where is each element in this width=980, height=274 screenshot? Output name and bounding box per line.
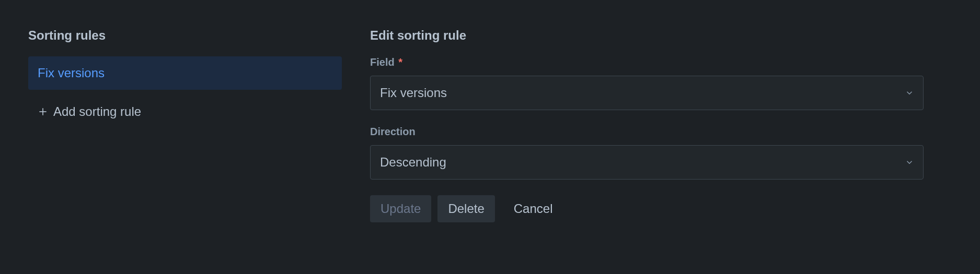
direction-select[interactable]: Descending (370, 145, 924, 180)
rule-item-fix-versions[interactable]: Fix versions (28, 56, 342, 90)
sorting-rules-panel: Sorting rules Fix versions Add sorting r… (28, 28, 342, 246)
button-row: Update Delete Cancel (370, 195, 924, 222)
direction-select-value: Descending (380, 155, 446, 169)
add-sorting-rule-button[interactable]: Add sorting rule (28, 95, 151, 128)
update-button[interactable]: Update (370, 195, 431, 222)
required-asterisk: * (398, 56, 402, 68)
add-rule-label: Add sorting rule (53, 104, 141, 119)
field-select[interactable]: Fix versions (370, 76, 924, 110)
field-group-field: Field * Fix versions (370, 56, 924, 110)
direction-select-wrapper: Descending (370, 145, 924, 180)
cancel-button[interactable]: Cancel (501, 195, 563, 222)
direction-label: Direction (370, 126, 924, 138)
rules-list: Fix versions (28, 56, 342, 90)
edit-rule-heading: Edit sorting rule (370, 28, 924, 43)
sorting-rules-heading: Sorting rules (28, 28, 342, 43)
field-select-wrapper: Fix versions (370, 76, 924, 110)
field-group-direction: Direction Descending (370, 126, 924, 180)
plus-icon (38, 106, 48, 117)
field-label-text: Field (370, 56, 395, 68)
edit-rule-panel: Edit sorting rule Field * Fix versions D… (370, 28, 952, 246)
rule-item-label: Fix versions (38, 66, 105, 80)
field-select-value: Fix versions (380, 86, 447, 100)
field-label: Field * (370, 56, 924, 68)
delete-button[interactable]: Delete (437, 195, 494, 222)
